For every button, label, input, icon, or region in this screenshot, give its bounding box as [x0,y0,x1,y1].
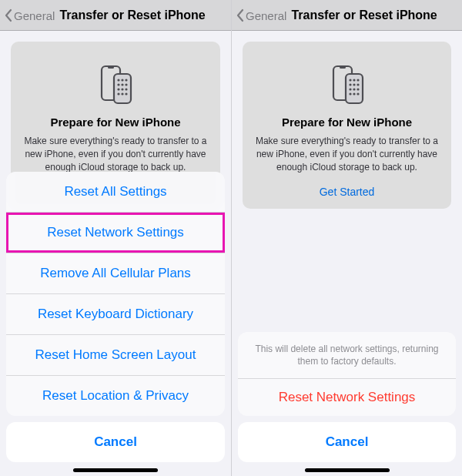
back-label: General [14,9,55,22]
content-area: Prepare for New iPhone Make sure everyth… [232,31,462,209]
confirm-message: This will delete all network settings, r… [238,332,456,378]
svg-point-4 [121,79,123,81]
svg-point-5 [125,79,127,81]
home-indicator[interactable] [73,468,158,472]
svg-point-20 [357,79,359,81]
confirm-group: This will delete all network settings, r… [238,332,456,416]
svg-rect-15 [333,66,352,100]
svg-point-14 [125,92,127,95]
back-button[interactable]: General [236,8,286,22]
reset-all-settings-option[interactable]: Reset All Settings [6,172,225,212]
card-title: Prepare for New iPhone [255,116,439,129]
navbar: General Transfer or Reset iPhone [0,0,231,31]
svg-rect-0 [102,66,120,100]
svg-point-23 [357,83,359,85]
reset-location-privacy-option[interactable]: Reset Location & Privacy [6,375,225,416]
prepare-card: Prepare for New iPhone Make sure everyth… [243,42,451,209]
card-body: Make sure everything's ready to transfer… [255,135,439,173]
page-title: Transfer or Reset iPhone [59,8,205,22]
phones-icon [23,59,208,105]
svg-point-22 [353,83,355,85]
back-label: General [246,9,286,22]
card-body: Make sure everything's ready to transfer… [23,135,208,173]
svg-point-29 [357,92,359,95]
svg-point-25 [353,88,355,90]
svg-rect-16 [340,66,346,69]
reset-keyboard-dictionary-option[interactable]: Reset Keyboard Dictionary [6,293,225,334]
navbar: General Transfer or Reset iPhone [232,0,462,31]
svg-point-13 [121,92,123,95]
screen-left: General Transfer or Reset iPhone P [0,0,231,476]
svg-point-9 [117,88,119,90]
cancel-group: Cancel [238,422,456,462]
chevron-left-icon [5,8,12,22]
svg-point-28 [353,92,355,95]
cancel-button[interactable]: Cancel [238,422,456,462]
svg-point-6 [117,83,119,85]
svg-point-3 [117,79,119,81]
svg-point-27 [349,92,351,95]
svg-point-18 [349,79,351,81]
screen-right: General Transfer or Reset iPhone P [231,0,462,476]
svg-rect-2 [114,74,131,103]
svg-point-21 [349,83,351,85]
svg-point-19 [353,79,355,81]
svg-rect-1 [108,66,114,69]
svg-point-7 [121,83,123,85]
cancel-group: Cancel [6,422,225,462]
sheet-options-group: Reset All Settings Reset Network Setting… [6,172,225,416]
confirm-reset-network-button[interactable]: Reset Network Settings [238,378,456,416]
page-title: Transfer or Reset iPhone [291,8,437,22]
reset-home-screen-option[interactable]: Reset Home Screen Layout [6,334,225,375]
chevron-left-icon [236,8,244,22]
home-indicator[interactable] [305,468,390,472]
back-button[interactable]: General [5,8,55,22]
svg-point-26 [357,88,359,90]
svg-point-8 [125,83,127,85]
phones-icon [255,59,439,105]
svg-rect-17 [346,74,363,103]
svg-point-12 [117,92,119,95]
reset-network-settings-option[interactable]: Reset Network Settings [6,212,225,253]
reset-options-sheet: Reset All Settings Reset Network Setting… [6,172,225,462]
confirm-sheet: This will delete all network settings, r… [238,332,456,462]
svg-point-11 [125,88,127,90]
svg-point-10 [121,88,123,90]
svg-point-24 [349,88,351,90]
get-started-link[interactable]: Get Started [255,186,439,198]
remove-cellular-plans-option[interactable]: Remove All Cellular Plans [6,253,225,293]
card-title: Prepare for New iPhone [23,116,208,129]
cancel-button[interactable]: Cancel [6,422,225,462]
